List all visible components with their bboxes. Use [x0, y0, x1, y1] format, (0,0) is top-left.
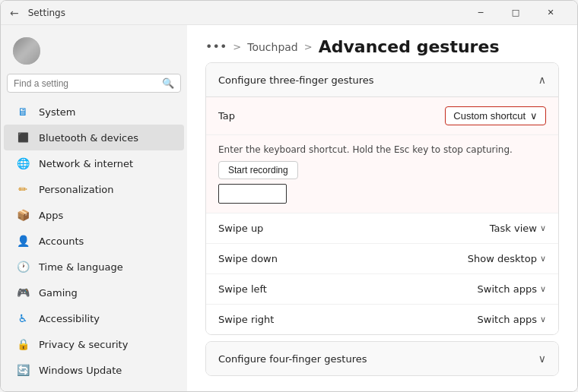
search-box: 🔍	[7, 74, 181, 93]
system-icon: 🖥	[16, 105, 30, 119]
network-icon: 🌐	[16, 156, 30, 170]
sidebar-item-apps[interactable]: 📦 Apps	[4, 202, 184, 228]
swipe-up-row: Swipe up Task view ∨	[206, 213, 558, 244]
swipe-left-value[interactable]: Switch apps ∨	[478, 283, 546, 295]
three-finger-chevron-up-icon: ∧	[538, 74, 546, 86]
gaming-icon: 🎮	[16, 286, 30, 299]
sidebar-item-label-network: Network & internet	[39, 158, 133, 169]
four-finger-section-title: Configure four-finger gestures	[218, 353, 367, 365]
swipe-up-value[interactable]: Task view ∨	[490, 223, 546, 234]
swipe-down-label: Swipe down	[218, 253, 468, 264]
sidebar-item-bluetooth[interactable]: ⬛ Bluetooth & devices	[4, 125, 184, 150]
sidebar-item-label-system: System	[39, 106, 75, 118]
sidebar-item-accounts[interactable]: 👤 Accounts	[4, 228, 184, 254]
sidebar-item-label-windows-update: Windows Update	[39, 365, 122, 376]
swipe-up-chevron-icon: ∨	[540, 223, 546, 233]
swipe-down-row: Swipe down Show desktop ∨	[206, 244, 558, 274]
swipe-left-value-text: Switch apps	[478, 283, 537, 295]
privacy-icon: 🔒	[16, 337, 30, 351]
swipe-right-value-text: Switch apps	[478, 314, 537, 325]
sidebar-item-label-privacy: Privacy & security	[39, 339, 128, 350]
apps-icon: 📦	[16, 208, 30, 222]
four-finger-section-header[interactable]: Configure four-finger gestures ∨	[206, 342, 558, 375]
sidebar-item-label-accounts: Accounts	[39, 236, 84, 247]
swipe-right-label: Swipe right	[218, 314, 478, 325]
swipe-down-value[interactable]: Show desktop ∨	[468, 253, 546, 264]
swipe-down-chevron-icon: ∨	[540, 254, 546, 264]
four-finger-chevron-icon: ∨	[538, 352, 546, 365]
personalization-icon: ✏	[16, 182, 30, 196]
accounts-icon: 👤	[16, 234, 30, 248]
search-icon: 🔍	[162, 77, 174, 89]
page-title: Advanced gestures	[319, 37, 500, 56]
sidebar-item-time[interactable]: 🕐 Time & language	[4, 254, 184, 280]
close-button[interactable]: ✕	[533, 1, 568, 25]
swipe-left-label: Swipe left	[218, 283, 478, 295]
settings-window: ← Settings ─ □ ✕ 🔍 🖥 System	[0, 0, 578, 392]
swipe-right-value[interactable]: Switch apps ∨	[478, 314, 546, 325]
sidebar-item-label-gaming: Gaming	[39, 287, 78, 299]
sidebar-item-label-time: Time & language	[39, 261, 123, 273]
sidebar-item-label-bluetooth: Bluetooth & devices	[39, 132, 138, 144]
breadcrumb-dots[interactable]: •••	[205, 40, 227, 54]
start-recording-button[interactable]: Start recording	[218, 161, 298, 179]
time-icon: 🕐	[16, 260, 30, 273]
three-finger-section-header[interactable]: Configure three-finger gestures ∧	[206, 63, 558, 97]
title-bar-title: Settings	[28, 8, 65, 18]
content-area: ••• > Touchpad > Advanced gestures Confi…	[187, 25, 577, 391]
avatar-image	[13, 37, 40, 65]
windows-update-icon: 🔄	[16, 363, 30, 377]
four-finger-section: Configure four-finger gestures ∨	[205, 341, 559, 376]
title-bar-left: ← Settings	[10, 7, 463, 19]
sidebar-item-windows-update[interactable]: 🔄 Windows Update	[4, 357, 184, 383]
sidebar-item-gaming[interactable]: 🎮 Gaming	[4, 280, 184, 305]
swipe-down-value-text: Show desktop	[468, 253, 537, 264]
custom-shortcut-label: Custom shortcut	[453, 110, 526, 122]
user-profile[interactable]	[1, 31, 187, 74]
maximize-button[interactable]: □	[498, 1, 533, 25]
sidebar-item-system[interactable]: 🖥 System	[4, 99, 184, 125]
recording-hint: Enter the keyboard shortcut. Hold the Es…	[218, 144, 546, 155]
breadcrumb-sep1: >	[233, 41, 241, 52]
bluetooth-icon: ⬛	[16, 131, 30, 144]
sidebar-item-accessibility[interactable]: ♿ Accessibility	[4, 305, 184, 331]
custom-shortcut-chevron-icon: ∨	[530, 110, 538, 122]
custom-shortcut-button[interactable]: Custom shortcut ∨	[445, 106, 546, 125]
back-button[interactable]: ←	[10, 7, 19, 19]
minimize-button[interactable]: ─	[463, 1, 498, 25]
main-layout: 🔍 🖥 System ⬛ Bluetooth & devices 🌐 Netwo…	[1, 25, 577, 391]
sidebar-item-label-personalization: Personalization	[39, 184, 114, 195]
sidebar-item-label-apps: Apps	[39, 210, 63, 221]
title-bar-controls: ─ □ ✕	[463, 1, 568, 25]
recording-area: Enter the keyboard shortcut. Hold the Es…	[206, 135, 558, 213]
swipe-up-value-text: Task view	[490, 223, 537, 234]
breadcrumb-sep2: >	[304, 41, 313, 52]
sidebar-item-label-accessibility: Accessibility	[39, 313, 100, 324]
sidebar-item-personalization[interactable]: ✏ Personalization	[4, 176, 184, 202]
three-finger-section-content: Tap Custom shortcut ∨ Enter the keyboard…	[206, 97, 558, 334]
three-finger-section-title: Configure three-finger gestures	[218, 74, 374, 86]
swipe-up-label: Swipe up	[218, 223, 490, 234]
accessibility-icon: ♿	[16, 311, 30, 325]
three-finger-section: Configure three-finger gestures ∧ Tap Cu…	[205, 62, 559, 335]
breadcrumb-touchpad[interactable]: Touchpad	[247, 41, 298, 53]
swipe-left-chevron-icon: ∨	[540, 284, 546, 294]
sidebar-item-privacy[interactable]: 🔒 Privacy & security	[4, 331, 184, 357]
search-input[interactable]	[14, 78, 157, 89]
sidebar-item-network[interactable]: 🌐 Network & internet	[4, 150, 184, 176]
swipe-right-chevron-icon: ∨	[540, 315, 546, 324]
sidebar: 🔍 🖥 System ⬛ Bluetooth & devices 🌐 Netwo…	[1, 25, 187, 391]
avatar	[13, 37, 40, 65]
tap-label: Tap	[218, 110, 445, 122]
swipe-right-row: Swipe right Switch apps ∨	[206, 305, 558, 334]
title-bar: ← Settings ─ □ ✕	[1, 1, 577, 25]
recording-input-box[interactable]	[218, 184, 287, 204]
tap-row: Tap Custom shortcut ∨	[206, 97, 558, 135]
swipe-left-row: Swipe left Switch apps ∨	[206, 274, 558, 305]
content-header: ••• > Touchpad > Advanced gestures	[187, 25, 577, 62]
